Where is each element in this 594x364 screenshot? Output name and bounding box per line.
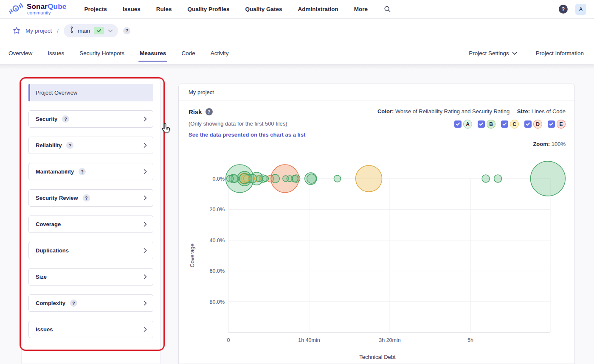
- top-navbar: c SonarQube community ProjectsIssuesRule…: [0, 0, 594, 19]
- svg-text:80.0%: 80.0%: [210, 299, 225, 305]
- content-area: Project OverviewSecurity?Reliability?Mai…: [0, 64, 594, 364]
- rating-filter-d: D: [524, 120, 542, 129]
- sidebar-item-label: Complexity: [36, 300, 65, 306]
- sidebar-item-project-overview[interactable]: Project Overview: [28, 84, 153, 101]
- avatar[interactable]: A: [575, 4, 586, 15]
- rating-checkbox-c[interactable]: [501, 120, 508, 128]
- chevron-right-icon: [144, 169, 147, 174]
- sidebar-item-label: Reliability: [36, 142, 62, 148]
- risk-subtitle: (Only showing data for the first 500 fil…: [189, 120, 305, 127]
- search-icon[interactable]: [384, 6, 391, 13]
- sidebar-item-complexity[interactable]: Complexity?: [28, 294, 153, 312]
- svg-text:Technical Debt: Technical Debt: [359, 354, 396, 360]
- sonarqube-measures-page: c SonarQube community ProjectsIssuesRule…: [0, 0, 594, 364]
- help-icon[interactable]: ?: [70, 300, 77, 307]
- brand-edition: community: [27, 11, 66, 16]
- tab-issues[interactable]: Issues: [48, 42, 64, 64]
- branch-help-icon[interactable]: ?: [123, 27, 130, 34]
- tab-activity[interactable]: Activity: [211, 42, 229, 64]
- rating-filter-c: C: [501, 120, 519, 129]
- favorite-star-icon[interactable]: [13, 27, 20, 34]
- chevron-right-icon: [144, 274, 147, 280]
- risk-bubble-chart[interactable]: 0.0%20.0%40.0%60.0%80.0%01h 40min3h 20mi…: [179, 154, 575, 364]
- sidebar-item-maintainability[interactable]: Maintainability?: [28, 163, 153, 180]
- rating-badge-d: D: [533, 120, 542, 129]
- nav-item-more[interactable]: More: [354, 6, 368, 12]
- help-icon[interactable]: ?: [66, 142, 73, 149]
- branch-icon: [70, 26, 74, 35]
- nav-item-rules[interactable]: Rules: [156, 6, 172, 12]
- chevron-right-icon: [144, 116, 147, 122]
- color-label: Color:: [377, 108, 394, 115]
- chart-legend-line: Color: Worse of Reliability Rating and S…: [377, 108, 566, 115]
- branch-selector[interactable]: main: [64, 24, 118, 37]
- svg-text:c: c: [14, 7, 17, 11]
- nav-item-quality-profiles[interactable]: Quality Profiles: [188, 6, 230, 12]
- help-icon[interactable]: ?: [83, 194, 90, 202]
- rating-filter-b: B: [478, 120, 495, 129]
- sidebar-item-label: Coverage: [36, 221, 61, 227]
- help-icon[interactable]: ?: [62, 115, 69, 123]
- sidebar-item-reliability[interactable]: Reliability?: [28, 137, 153, 154]
- rating-filter-row: ABCDE: [454, 120, 566, 129]
- project-settings-menu[interactable]: Project Settings: [469, 50, 517, 56]
- breadcrumb: My project / main ?: [0, 19, 594, 42]
- nav-item-quality-gates[interactable]: Quality Gates: [245, 6, 282, 12]
- tab-measures[interactable]: Measures: [140, 42, 166, 64]
- sidebar-item-security[interactable]: Security?: [28, 110, 153, 128]
- card-header: My project: [179, 84, 574, 101]
- rating-badge-c: C: [510, 120, 519, 129]
- rating-checkbox-a[interactable]: [454, 120, 462, 128]
- measures-main-panel: My project Risk ? (Only showing data for…: [178, 84, 575, 364]
- size-label: Size:: [517, 108, 530, 115]
- nav-items: ProjectsIssuesRulesQuality ProfilesQuali…: [84, 6, 368, 12]
- branch-status-check-icon: [94, 27, 104, 34]
- sidebar-item-label: Security Review: [36, 195, 78, 201]
- svg-text:40.0%: 40.0%: [210, 238, 225, 244]
- breadcrumb-project-link[interactable]: My project: [25, 28, 52, 34]
- chevron-right-icon: [144, 300, 147, 306]
- card-title: My project: [189, 89, 214, 95]
- sidebar-item-duplications[interactable]: Duplications: [28, 242, 153, 259]
- svg-text:5h: 5h: [467, 337, 473, 343]
- tab-security-hotspots[interactable]: Security Hotspots: [79, 42, 124, 64]
- mouse-cursor-hand-icon: [161, 122, 171, 136]
- branch-name: main: [78, 28, 90, 34]
- chevron-right-icon: [144, 327, 147, 332]
- color-value: Worse of Reliability Rating and Security…: [395, 108, 510, 115]
- brand-name: SonarQube: [27, 3, 66, 10]
- help-icon[interactable]: ?: [559, 5, 568, 14]
- sonarqube-logo[interactable]: c SonarQube community: [9, 2, 66, 17]
- rating-filter-e: E: [548, 120, 566, 129]
- tab-code[interactable]: Code: [181, 42, 195, 64]
- nav-item-issues[interactable]: Issues: [123, 6, 141, 12]
- zoom-indicator: Zoom: 100%: [533, 141, 566, 147]
- chevron-down-icon: [512, 50, 517, 56]
- svg-text:0.0%: 0.0%: [213, 176, 225, 182]
- tab-overview[interactable]: Overview: [8, 42, 32, 64]
- chevron-right-icon: [144, 143, 147, 148]
- rating-badge-e: E: [557, 120, 566, 129]
- sidebar-item-label: Duplications: [36, 247, 69, 254]
- rating-checkbox-b[interactable]: [478, 120, 485, 128]
- chevron-right-icon: [144, 195, 147, 201]
- rating-checkbox-e[interactable]: [548, 120, 555, 128]
- svg-text:Coverage: Coverage: [189, 244, 195, 267]
- project-information-button[interactable]: Project Information: [536, 50, 584, 56]
- nav-item-administration[interactable]: Administration: [298, 6, 338, 12]
- sidebar-item-size[interactable]: Size: [28, 268, 153, 286]
- chevron-right-icon: [144, 248, 147, 253]
- rating-checkbox-d[interactable]: [524, 120, 532, 128]
- sidebar-item-label: Security: [36, 116, 57, 122]
- chevron-right-icon: [144, 221, 147, 227]
- sidebar-item-security-review[interactable]: Security Review?: [28, 189, 153, 207]
- risk-help-icon[interactable]: ?: [206, 108, 213, 115]
- help-icon[interactable]: ?: [79, 168, 86, 175]
- chart-as-list-link[interactable]: See the data presented on this chart as …: [189, 132, 305, 138]
- nav-item-projects[interactable]: Projects: [84, 6, 107, 12]
- sidebar-item-issues[interactable]: Issues: [28, 321, 153, 338]
- svg-text:0: 0: [227, 337, 230, 343]
- sidebar-item-coverage[interactable]: Coverage: [28, 216, 153, 233]
- sidebar-item-label: Project Overview: [36, 90, 77, 96]
- branch-chevron-down-icon: [108, 27, 113, 34]
